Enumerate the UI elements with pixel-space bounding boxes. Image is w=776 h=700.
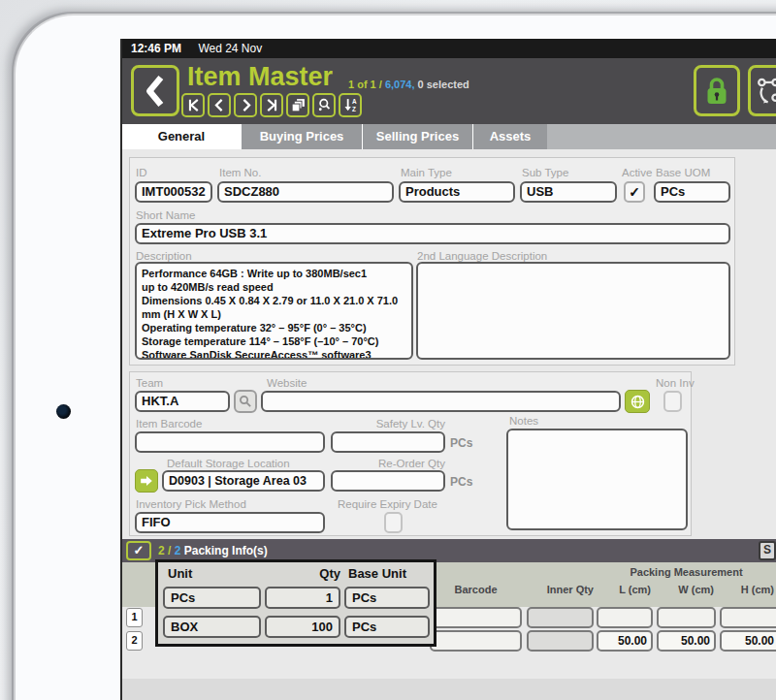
- id-field[interactable]: IMT000532: [135, 181, 212, 203]
- sub-type-label: Sub Type: [522, 167, 568, 178]
- active-label: Active: [622, 167, 652, 178]
- sub-type-field[interactable]: USB: [520, 181, 617, 203]
- previous-record-button[interactable]: [208, 93, 231, 117]
- safety-lv-qty-uom: PCs: [450, 436, 472, 450]
- short-name-field[interactable]: Extreme Pro USB 3.1: [135, 223, 730, 244]
- website-label: Website: [267, 377, 307, 389]
- tab-buying-prices[interactable]: Buying Prices: [241, 124, 362, 149]
- sort-records-button[interactable]: AZ: [339, 93, 362, 117]
- base-unit-cell[interactable]: PCs: [344, 587, 430, 609]
- page-title: Item Master: [187, 62, 333, 92]
- inner-qty-column-label: Inner Qty: [527, 584, 594, 595]
- packing-count-sep: /: [165, 544, 175, 557]
- id-label: ID: [136, 167, 147, 178]
- copy-icon: [290, 97, 307, 113]
- inner-qty-cell: [527, 607, 594, 628]
- counter-position: 1 of 1 /: [348, 79, 385, 90]
- base-unit-cell[interactable]: PCs: [344, 616, 430, 638]
- linked-nodes-icon: [757, 75, 776, 108]
- safety-lv-qty-field[interactable]: [331, 431, 445, 453]
- chevron-left-icon: [211, 97, 228, 113]
- tab-assets[interactable]: Assets: [472, 124, 547, 149]
- inventory-pick-method-field[interactable]: FIFO: [135, 512, 325, 533]
- default-storage-location-field[interactable]: D0903 | Storage Area 03: [162, 470, 325, 492]
- barcode-column-label: Barcode: [430, 584, 522, 595]
- packing-sort-button[interactable]: S: [759, 541, 776, 560]
- description-field[interactable]: Performance 64GB : Write up to 380MB/sec…: [135, 262, 413, 360]
- unit-cell[interactable]: PCs: [163, 587, 261, 609]
- open-website-button[interactable]: [625, 390, 650, 413]
- sort-az-icon: AZ: [342, 97, 359, 113]
- team-label: Team: [136, 377, 163, 389]
- notes-field[interactable]: [506, 429, 688, 530]
- search-icon: [316, 97, 333, 113]
- duplicate-record-button[interactable]: [286, 93, 309, 117]
- require-expiry-date-checkbox[interactable]: [384, 512, 403, 533]
- back-button[interactable]: [131, 65, 179, 116]
- globe-icon: [630, 394, 646, 410]
- packing-unit-popup: Unit Qty Base Unit PCs 1 PCs BOX 100 PCs: [155, 559, 436, 647]
- unit-cell[interactable]: BOX: [163, 616, 261, 638]
- main-type-label: Main Type: [401, 167, 452, 178]
- chevron-left-icon: [142, 74, 169, 109]
- lock-button[interactable]: [694, 65, 740, 116]
- w-cm-cell[interactable]: 50.00: [657, 630, 716, 652]
- inner-qty-cell: [527, 630, 594, 652]
- packing-title-text: Packing Info(s): [180, 544, 267, 557]
- search-records-button[interactable]: [312, 93, 336, 117]
- main-type-field[interactable]: Products: [399, 181, 515, 203]
- item-barcode-field[interactable]: [135, 431, 325, 453]
- barcode-cell[interactable]: [430, 607, 522, 628]
- unit-column-label: Unit: [168, 566, 192, 581]
- counter-selected: 0 selected: [415, 79, 469, 90]
- packing-section-checkbox[interactable]: ✓: [126, 541, 151, 560]
- tab-general[interactable]: General: [122, 124, 241, 149]
- base-uom-field[interactable]: PCs: [654, 181, 730, 203]
- status-time: 12:46 PM: [131, 42, 181, 55]
- team-search-button[interactable]: [234, 390, 257, 413]
- base-uom-label: Base UOM: [656, 167, 710, 178]
- qty-cell[interactable]: 100: [265, 616, 340, 638]
- inventory-details-panel: Team HKT.A Website Non Inv Item Barcode …: [129, 371, 692, 536]
- h-cm-column-label: H (cm): [718, 584, 774, 595]
- short-name-label: Short Name: [136, 209, 195, 221]
- first-record-button[interactable]: [181, 93, 205, 117]
- row-number[interactable]: 2: [126, 631, 143, 651]
- h-cm-cell[interactable]: [720, 607, 776, 628]
- notes-label: Notes: [509, 415, 538, 427]
- qty-cell[interactable]: 1: [265, 587, 340, 609]
- item-no-field[interactable]: SDCZ880: [217, 181, 394, 203]
- qty-column-label: Qty: [265, 566, 340, 581]
- record-counter: 1 of 1 / 6,074, 0 selected: [348, 79, 469, 90]
- item-no-label: Item No.: [219, 167, 261, 178]
- related-records-button[interactable]: [748, 65, 776, 116]
- tab-bar: General Buying Prices Selling Prices Ass…: [122, 124, 776, 149]
- row-number[interactable]: 1: [126, 608, 143, 627]
- website-field[interactable]: [261, 391, 621, 412]
- l-cm-cell[interactable]: 50.00: [597, 630, 653, 652]
- h-cm-cell[interactable]: 50.00: [720, 630, 776, 652]
- next-record-button[interactable]: [234, 93, 257, 117]
- tab-selling-prices[interactable]: Selling Prices: [362, 124, 472, 149]
- re-order-qty-field[interactable]: [331, 470, 445, 492]
- arrow-right-icon: [139, 473, 154, 489]
- default-storage-location-label: Default Storage Location: [167, 458, 290, 469]
- non-inv-checkbox[interactable]: [663, 391, 682, 412]
- last-record-button[interactable]: [260, 93, 283, 117]
- w-cm-cell[interactable]: [657, 607, 716, 628]
- tablet-camera: [56, 404, 71, 419]
- barcode-cell[interactable]: [430, 630, 522, 652]
- app-header: Item Master 1 of 1 / 6,074, 0 selected: [122, 58, 776, 124]
- last-record-icon: [264, 97, 280, 113]
- active-checkbox[interactable]: ✓: [624, 181, 645, 203]
- description-label: Description: [136, 250, 192, 262]
- re-order-qty-label: Re-Order Qty: [331, 458, 445, 469]
- second-language-description-field[interactable]: [416, 262, 730, 360]
- record-nav-toolbar: AZ: [181, 93, 362, 117]
- inventory-pick-method-label: Inventory Pick Method: [136, 498, 246, 510]
- w-cm-column-label: W (cm): [657, 584, 714, 595]
- team-field[interactable]: HKT.A: [135, 391, 230, 412]
- goto-storage-location-button[interactable]: [135, 469, 158, 493]
- l-cm-cell[interactable]: [597, 607, 653, 628]
- item-barcode-label: Item Barcode: [136, 418, 202, 430]
